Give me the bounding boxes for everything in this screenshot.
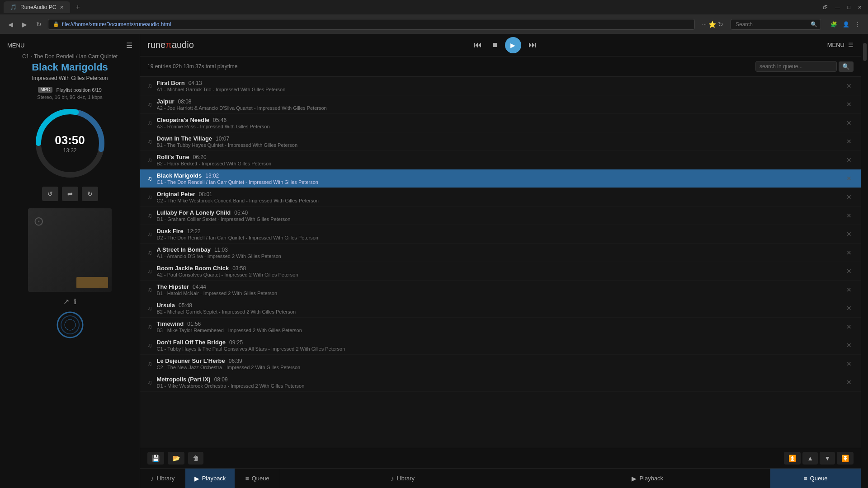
browser-bookmark-icon[interactable]: ⭐ [708, 21, 716, 28]
address-url: file:///home/xmute/Documents/runeaudio.h… [62, 21, 171, 28]
bottom-library-btn-center[interactable]: ♪ Library [280, 469, 525, 488]
track-remove-btn[interactable]: ✕ [844, 247, 854, 258]
track-remove-btn[interactable]: ✕ [844, 340, 854, 351]
track-row[interactable]: ♫ Cleopatra's Needle 05:46 A3 - Ronnie R… [140, 114, 861, 132]
bottom-queue-btn-right[interactable]: ≡ Queue [770, 469, 861, 488]
prev-btn[interactable]: ⏮ [470, 38, 486, 52]
track-remove-btn[interactable]: ✕ [844, 99, 854, 110]
play-btn[interactable]: ▶ [505, 37, 521, 53]
bottom-playback-btn-center[interactable]: ▶ Playback [525, 469, 770, 488]
queue-clear-btn[interactable]: 🗑 [188, 452, 203, 465]
track-remove-btn[interactable]: ✕ [844, 321, 854, 332]
scrollbar-thumb[interactable] [863, 43, 867, 61]
back-btn[interactable]: ◀ [5, 19, 16, 30]
queue-search-btn[interactable]: 🔍 [839, 61, 854, 72]
browser-menu-btn[interactable]: ⋮ [853, 19, 863, 29]
vinyl-icon: ⊙ [33, 214, 44, 229]
track-info: Le Dejeuner Sur L'Herbe 06:39 C2 - The N… [157, 357, 845, 370]
track-remove-btn[interactable]: ✕ [844, 377, 854, 388]
header-menu[interactable]: MENU [827, 42, 844, 48]
tab-restore-btn[interactable]: 🗗 [820, 3, 830, 12]
track-remove-btn[interactable]: ✕ [844, 136, 854, 147]
track-name: Dusk Fire [157, 228, 184, 235]
queue-bottom-btn[interactable]: ⏬ [837, 452, 854, 465]
shuffle-btn[interactable]: ⇌ [62, 187, 78, 201]
track-row[interactable]: ♫ Ursula 05:48 B2 - Michael Garrick Sept… [140, 299, 861, 318]
tab-minimize-btn[interactable]: — [832, 3, 843, 12]
bottom-queue-btn-left[interactable]: ≡ Queue [235, 469, 280, 488]
forward-btn[interactable]: ▶ [19, 19, 30, 30]
track-row[interactable]: ♫ A Street In Bombay 11:03 A1 - Amancio … [140, 244, 861, 262]
track-subtitle: A2 - Joe Harriott & Amancio D'Silva Quar… [157, 105, 845, 111]
track-row[interactable]: ♫ Le Dejeuner Sur L'Herbe 06:39 C2 - The… [140, 355, 861, 373]
track-row[interactable]: ♫ The Hipster 04:44 B1 - Harold McNair -… [140, 281, 861, 299]
track-row[interactable]: ♫ First Born 04:13 A1 - Michael Garrick … [140, 77, 861, 95]
track-name: Jaipur [157, 98, 175, 105]
queue-area: 19 entries 02h 13m 37s total playtime 🔍 … [140, 56, 861, 468]
track-remove-btn[interactable]: ✕ [844, 155, 854, 165]
track-subtitle: A3 - Ronnie Ross - Impressed With Gilles… [157, 124, 845, 129]
queue-search-input[interactable] [755, 61, 837, 72]
queue-up-btn[interactable]: ▲ [802, 452, 818, 465]
bottom-playback-btn-left[interactable]: ▶ Playback [185, 469, 235, 488]
track-row[interactable]: ♫ Metropolis (Part IX) 08:09 D1 - Mike W… [140, 373, 861, 392]
browser-reload-icon[interactable]: ↻ [718, 21, 723, 28]
queue-save-btn[interactable]: 💾 [147, 452, 164, 465]
refresh-ctrl-btn[interactable]: ↻ [82, 187, 98, 201]
track-row[interactable]: ♫ Dusk Fire 12:22 D2 - The Don Rendell /… [140, 225, 861, 244]
track-row[interactable]: ♫ Black Marigolds 13:02 C1 - The Don Ren… [140, 169, 861, 188]
repeat-btn[interactable]: ↺ [42, 187, 58, 201]
track-duration: 11:03 [214, 247, 228, 253]
track-remove-btn[interactable]: ✕ [844, 358, 854, 369]
tab-close-btn[interactable]: ✕ [60, 5, 64, 10]
track-row[interactable]: ♫ Boom Jackie Boom Chick 03:58 A2 - Paul… [140, 262, 861, 281]
svg-point-6 [65, 319, 75, 330]
share-btn[interactable]: ↗ [63, 297, 69, 306]
track-row[interactable]: ♫ Original Peter 08:01 C2 - The Mike Wes… [140, 188, 861, 206]
track-row[interactable]: ♫ Down In The Village 10:07 B1 - The Tub… [140, 132, 861, 151]
track-row[interactable]: ♫ Lullaby For A Lonely Child 05:40 D1 - … [140, 206, 861, 225]
bottom-library-btn-left[interactable]: ♪ Library [140, 469, 185, 488]
scrollbar[interactable] [861, 34, 868, 488]
track-remove-btn[interactable]: ✕ [844, 284, 854, 295]
queue-load-btn[interactable]: 📂 [168, 452, 184, 465]
track-remove-btn[interactable]: ✕ [844, 266, 854, 277]
track-remove-btn[interactable]: ✕ [844, 229, 854, 239]
track-info: Timewind 01:56 B3 - Mike Taylor Remember… [157, 320, 845, 333]
track-row[interactable]: ♫ Timewind 01:56 B3 - Mike Taylor Rememb… [140, 318, 861, 336]
track-remove-btn[interactable]: ✕ [844, 117, 854, 128]
track-subtitle: D2 - The Don Rendell / Ian Carr Quintet … [157, 235, 845, 240]
queue-down-btn[interactable]: ▼ [820, 452, 835, 465]
track-info: Down In The Village 10:07 B1 - The Tubby… [157, 135, 845, 148]
queue-info: 19 entries 02h 13m 37s total playtime [147, 63, 237, 70]
track-remove-btn[interactable]: ✕ [844, 303, 854, 314]
track-row[interactable]: ♫ Rolli's Tune 06:20 B2 - Harry Beckett … [140, 151, 861, 169]
address-bar[interactable]: 🔒 file:///home/xmute/Documents/runeaudio… [48, 19, 695, 30]
stop-btn[interactable]: ■ [489, 38, 501, 52]
menu-icon[interactable]: ☰ [126, 41, 132, 50]
track-remove-btn[interactable]: ✕ [844, 192, 854, 202]
refresh-btn[interactable]: ↻ [33, 19, 44, 30]
total-time: 13:32 [55, 147, 85, 154]
new-tab-btn[interactable]: + [72, 1, 83, 13]
browser-search-input[interactable] [731, 19, 821, 30]
active-tab[interactable]: 🎵 RuneAudio PC ✕ [4, 1, 70, 13]
track-info: Boom Jackie Boom Chick 03:58 A2 - Paul G… [157, 265, 845, 277]
track-remove-btn[interactable]: ✕ [844, 210, 854, 221]
track-row[interactable]: ♫ Don't Fall Off The Bridge 09:25 C1 - T… [140, 336, 861, 355]
track-row[interactable]: ♫ Jaipur 08:08 A2 - Joe Harriott & Amanc… [140, 95, 861, 114]
track-remove-btn[interactable]: ✕ [844, 80, 854, 91]
header-menu-icon[interactable]: ☰ [848, 42, 854, 48]
mpd-badge: MPD [38, 87, 52, 93]
track-name: Boom Jackie Boom Chick [157, 265, 229, 272]
browser-ext-btn[interactable]: 🧩 [828, 19, 840, 29]
tab-close-window-btn[interactable]: ✕ [855, 3, 864, 12]
next-btn[interactable]: ⏭ [525, 38, 540, 52]
info-btn[interactable]: ℹ [74, 297, 76, 306]
app-menu-btn[interactable]: MENU [7, 42, 24, 49]
browser-profile-btn[interactable]: 👤 [840, 19, 852, 29]
queue-top-btn[interactable]: ⏫ [784, 452, 801, 465]
track-remove-btn[interactable]: ✕ [844, 173, 854, 184]
track-subtitle: A2 - Paul Gonsalves Quartet - Impressed … [157, 272, 845, 277]
tab-maximize-btn[interactable]: □ [844, 3, 853, 12]
